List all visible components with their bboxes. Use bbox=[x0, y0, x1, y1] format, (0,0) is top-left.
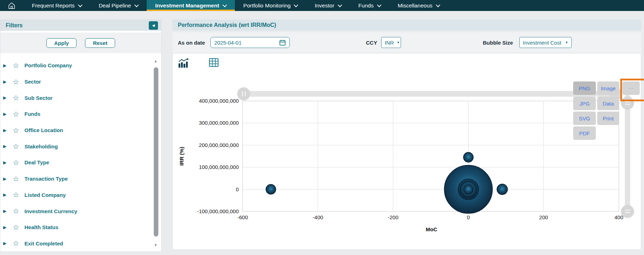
bubble[interactable] bbox=[463, 152, 473, 162]
filter-item-label: Listed Company bbox=[24, 192, 66, 198]
expand-arrow-icon[interactable]: ▶ bbox=[3, 95, 13, 100]
favorite-star-icon[interactable]: ☆ bbox=[13, 191, 24, 198]
filter-item-label: Transaction Type bbox=[24, 176, 68, 182]
as-on-date-input[interactable]: 2025-04-01 bbox=[210, 37, 290, 48]
x-tick-label: -400 bbox=[312, 214, 323, 220]
export-jpg-button[interactable]: JPG bbox=[573, 97, 596, 110]
expand-arrow-icon[interactable]: ▶ bbox=[3, 209, 13, 214]
home-button[interactable] bbox=[0, 0, 23, 11]
scrollbar-thumb[interactable] bbox=[154, 67, 158, 237]
bubble-size-label: Bubble Size bbox=[483, 39, 513, 45]
collapse-filters-button[interactable]: ◀ bbox=[149, 21, 158, 30]
sidebar-scrollbar[interactable]: ▲ ▼ bbox=[153, 59, 159, 247]
expand-arrow-icon[interactable]: ▶ bbox=[3, 176, 13, 181]
filter-item-health-status[interactable]: ▶☆Health Status bbox=[0, 219, 152, 236]
main-panel: Performance Analysis (wrt IRR/MoC) As on… bbox=[173, 19, 641, 250]
scroll-up-icon[interactable]: ▲ bbox=[154, 59, 158, 63]
favorite-star-icon[interactable]: ☆ bbox=[13, 208, 24, 215]
chart-view-icon[interactable] bbox=[178, 58, 189, 68]
bubble-size-select[interactable]: Investment Cost ▼ bbox=[519, 37, 572, 48]
top-nav: Frequent ReportsDeal PipelineInvestment … bbox=[0, 0, 644, 11]
bubble[interactable] bbox=[464, 185, 473, 194]
filter-item-sub-sector[interactable]: ▶☆Sub Sector bbox=[0, 90, 152, 106]
favorite-star-icon[interactable]: ☆ bbox=[13, 224, 24, 231]
bubble[interactable] bbox=[497, 184, 508, 195]
filter-item-exit-completed[interactable]: ▶☆Exit Completed bbox=[0, 236, 152, 251]
filter-item-label: Sector bbox=[24, 79, 41, 85]
expand-arrow-icon[interactable]: ▶ bbox=[3, 192, 13, 197]
v-range-slider-top-handle[interactable] bbox=[621, 97, 634, 110]
h-range-slider-track[interactable] bbox=[244, 91, 618, 97]
bubble-chart: 400,000,000,000300,000,000,000200,000,00… bbox=[173, 53, 642, 250]
favorite-star-icon[interactable]: ☆ bbox=[13, 110, 24, 118]
export-png-button[interactable]: PNG bbox=[573, 81, 596, 95]
nav-item-miscellaneous[interactable]: Miscellaneous bbox=[389, 0, 448, 11]
page-title: Performance Analysis (wrt IRR/MoC) bbox=[178, 22, 276, 28]
filter-item-portfolio-company[interactable]: ▶☆Portfolio Company bbox=[0, 57, 152, 74]
nav-item-investor[interactable]: Investor bbox=[306, 0, 350, 11]
filter-item-listed-company[interactable]: ▶☆Listed Company bbox=[0, 187, 152, 203]
favorite-star-icon[interactable]: ☆ bbox=[13, 94, 24, 101]
favorite-star-icon[interactable]: ☆ bbox=[13, 159, 24, 166]
export-svg-button[interactable]: SVG bbox=[573, 112, 596, 125]
filter-item-deal-type[interactable]: ▶☆Deal Type bbox=[0, 154, 152, 171]
filter-item-label: Health Status bbox=[24, 224, 58, 230]
chevron-down-icon bbox=[134, 3, 139, 7]
expand-arrow-icon[interactable]: ▶ bbox=[3, 225, 13, 230]
scroll-down-icon[interactable]: ▼ bbox=[154, 243, 158, 247]
filter-item-sector[interactable]: ▶☆Sector bbox=[0, 74, 152, 90]
favorite-star-icon[interactable]: ☆ bbox=[13, 78, 24, 85]
nav-item-label: Funds bbox=[358, 2, 374, 9]
expand-arrow-icon[interactable]: ▶ bbox=[3, 128, 13, 133]
favorite-star-icon[interactable]: ☆ bbox=[13, 240, 24, 247]
calendar-icon[interactable] bbox=[279, 39, 286, 46]
v-range-slider-track[interactable] bbox=[625, 95, 630, 211]
nav-item-deal-pipeline[interactable]: Deal Pipeline bbox=[90, 0, 147, 11]
nav-item-funds[interactable]: Funds bbox=[350, 0, 389, 11]
filter-item-funds[interactable]: ▶☆Funds bbox=[0, 106, 152, 122]
expand-arrow-icon[interactable]: ▶ bbox=[3, 63, 13, 68]
chevron-down-icon bbox=[78, 3, 83, 7]
filters-panel: Filters ◀ Apply Reset ▶☆Portfolio Compan… bbox=[0, 19, 162, 252]
nav-item-frequent-reports[interactable]: Frequent Reports bbox=[23, 0, 90, 11]
export-pdf-button[interactable]: PDF bbox=[573, 126, 596, 140]
filter-item-label: Funds bbox=[24, 111, 40, 117]
y-tick-label: 100,000,000,000 bbox=[199, 164, 239, 170]
filter-item-transaction-type[interactable]: ▶☆Transaction Type bbox=[0, 171, 152, 187]
filter-item-label: Investment Currency bbox=[24, 208, 77, 214]
export-image-button[interactable]: Image bbox=[597, 81, 619, 95]
favorite-star-icon[interactable]: ☆ bbox=[13, 175, 24, 182]
export-print-button[interactable]: Print bbox=[597, 112, 619, 125]
chart-card: 400,000,000,000300,000,000,000200,000,00… bbox=[173, 53, 641, 250]
reset-button[interactable]: Reset bbox=[85, 38, 115, 48]
table-view-icon[interactable] bbox=[209, 58, 219, 68]
expand-arrow-icon[interactable]: ▶ bbox=[3, 112, 13, 117]
h-range-slider-left-handle[interactable] bbox=[237, 87, 250, 101]
favorite-star-icon[interactable]: ☆ bbox=[13, 143, 24, 150]
filter-item-label: Portfolio Company bbox=[24, 62, 72, 68]
expand-arrow-icon[interactable]: ▶ bbox=[3, 144, 13, 149]
y-axis-title: IRR (%) bbox=[179, 147, 185, 165]
nav-items: Frequent ReportsDeal PipelineInvestment … bbox=[23, 0, 448, 11]
expand-arrow-icon[interactable]: ▶ bbox=[3, 160, 13, 165]
x-tick-label: -200 bbox=[388, 214, 399, 220]
x-tick-label: 400 bbox=[614, 214, 623, 220]
filter-item-stakeholding[interactable]: ▶☆Stakeholding bbox=[0, 138, 152, 154]
plot-area bbox=[243, 101, 619, 211]
nav-item-investment-management[interactable]: Investment Management bbox=[147, 0, 235, 11]
filters-title: Filters bbox=[6, 22, 149, 29]
chevron-left-icon: ◀ bbox=[152, 23, 155, 27]
favorite-star-icon[interactable]: ☆ bbox=[13, 62, 24, 69]
nav-item-portfolio-monitoring[interactable]: Portfolio Monitoring bbox=[235, 0, 306, 11]
apply-button[interactable]: Apply bbox=[46, 38, 77, 48]
filter-item-investment-currency[interactable]: ▶☆Investment Currency bbox=[0, 203, 152, 219]
favorite-star-icon[interactable]: ☆ bbox=[13, 127, 24, 134]
expand-arrow-icon[interactable]: ▶ bbox=[3, 79, 13, 84]
filter-item-label: Exit Completed bbox=[24, 240, 63, 246]
ccy-select[interactable]: INR ▼ bbox=[381, 37, 401, 48]
export-data-button[interactable]: Data bbox=[597, 97, 619, 110]
bubble[interactable] bbox=[266, 185, 276, 194]
filter-item-office-location[interactable]: ▶☆Office Location bbox=[0, 122, 152, 138]
export-menu-toggle-button[interactable]: ... bbox=[622, 81, 640, 95]
expand-arrow-icon[interactable]: ▶ bbox=[3, 241, 13, 246]
